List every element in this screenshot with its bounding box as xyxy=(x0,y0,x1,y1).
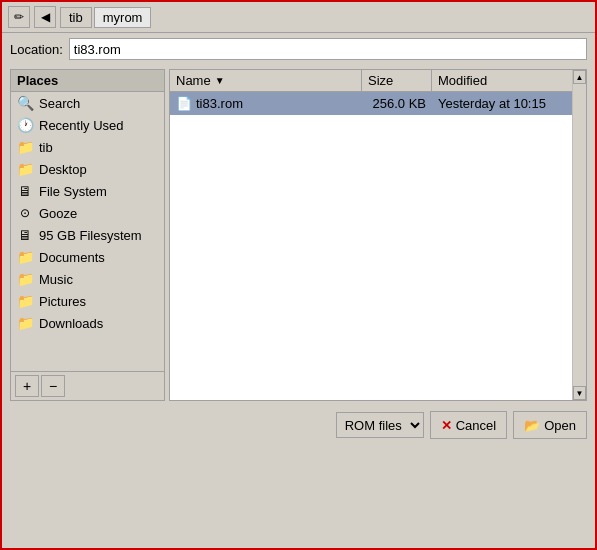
file-icon: 📄 xyxy=(176,96,192,111)
table-row[interactable]: 📄 ti83.rom 256.0 KB Yesterday at 10:15 xyxy=(170,92,572,115)
gooze-icon: ⊙ xyxy=(17,205,33,221)
places-label-documents: Documents xyxy=(39,250,105,265)
places-item-desktop[interactable]: 📁 Desktop xyxy=(11,158,164,180)
location-input[interactable] xyxy=(69,38,587,60)
vertical-scrollbar[interactable]: ▲ ▼ xyxy=(572,70,586,400)
scroll-up-button[interactable]: ▲ xyxy=(573,70,586,84)
folder-icon-downloads: 📁 xyxy=(17,315,33,331)
breadcrumb: tib myrom xyxy=(60,7,151,28)
filter-wrapper: ROM files xyxy=(336,412,424,438)
places-label-recently-used: Recently Used xyxy=(39,118,124,133)
open-label: Open xyxy=(544,418,576,433)
back-button[interactable]: ◀ xyxy=(34,6,56,28)
file-panel: Name ▼ Size Modified 📄 ti83.r xyxy=(169,69,587,401)
file-name-cell: 📄 ti83.rom xyxy=(170,94,362,113)
places-label-search: Search xyxy=(39,96,80,111)
breadcrumb-myrom[interactable]: myrom xyxy=(94,7,152,28)
file-modified-cell: Yesterday at 10:15 xyxy=(432,94,572,113)
open-folder-icon: 📂 xyxy=(524,418,540,433)
file-list: 📄 ti83.rom 256.0 KB Yesterday at 10:15 xyxy=(170,92,572,400)
file-name: ti83.rom xyxy=(196,96,243,111)
places-item-pictures[interactable]: 📁 Pictures xyxy=(11,290,164,312)
filter-select[interactable]: ROM files xyxy=(336,412,424,438)
search-icon: 🔍 xyxy=(17,95,33,111)
places-label-tib: tib xyxy=(39,140,53,155)
dialog-window: ✏ ◀ tib myrom Location: Places 🔍 Search … xyxy=(2,2,595,548)
folder-icon-desktop: 📁 xyxy=(17,161,33,177)
places-item-recently-used[interactable]: 🕐 Recently Used xyxy=(11,114,164,136)
places-label-95gb: 95 GB Filesystem xyxy=(39,228,142,243)
places-list: Places 🔍 Search 🕐 Recently Used 📁 tib 📁 … xyxy=(10,69,165,372)
places-label-desktop: Desktop xyxy=(39,162,87,177)
bottom-bar: ROM files ✕ Cancel 📂 Open xyxy=(2,405,595,445)
computer-icon: 🖥 xyxy=(17,183,33,199)
places-item-documents[interactable]: 📁 Documents xyxy=(11,246,164,268)
cancel-x-icon: ✕ xyxy=(441,418,452,433)
folder-icon-tib: 📁 xyxy=(17,139,33,155)
location-label: Location: xyxy=(10,42,63,57)
title-bar: ✏ ◀ tib myrom xyxy=(2,2,595,33)
cancel-button[interactable]: ✕ Cancel xyxy=(430,411,507,439)
recently-used-icon: 🕐 xyxy=(17,117,33,133)
places-label-music: Music xyxy=(39,272,73,287)
scroll-down-button[interactable]: ▼ xyxy=(573,386,586,400)
file-column-headers: Name ▼ Size Modified xyxy=(170,70,572,92)
col-header-name[interactable]: Name ▼ xyxy=(170,70,362,91)
places-add-button[interactable]: + xyxy=(15,375,39,397)
places-item-tib[interactable]: 📁 tib xyxy=(11,136,164,158)
file-size-cell: 256.0 KB xyxy=(362,94,432,113)
scroll-track[interactable] xyxy=(573,84,586,386)
places-header: Places xyxy=(11,70,164,92)
places-remove-button[interactable]: − xyxy=(41,375,65,397)
places-buttons: + − xyxy=(10,372,165,401)
places-item-music[interactable]: 📁 Music xyxy=(11,268,164,290)
places-item-file-system[interactable]: 🖥 File System xyxy=(11,180,164,202)
open-button[interactable]: 📂 Open xyxy=(513,411,587,439)
col-header-modified[interactable]: Modified xyxy=(432,70,572,91)
edit-icon[interactable]: ✏ xyxy=(8,6,30,28)
places-label-gooze: Gooze xyxy=(39,206,77,221)
location-bar: Location: xyxy=(2,33,595,65)
cancel-label: Cancel xyxy=(456,418,496,433)
places-panel-wrapper: Places 🔍 Search 🕐 Recently Used 📁 tib 📁 … xyxy=(10,69,165,401)
folder-icon-music: 📁 xyxy=(17,271,33,287)
drive-icon-95gb: 🖥 xyxy=(17,227,33,243)
breadcrumb-tib[interactable]: tib xyxy=(60,7,92,28)
places-label-downloads: Downloads xyxy=(39,316,103,331)
sort-arrow-name: ▼ xyxy=(215,75,225,86)
places-label-pictures: Pictures xyxy=(39,294,86,309)
places-item-downloads[interactable]: 📁 Downloads xyxy=(11,312,164,334)
folder-icon-pictures: 📁 xyxy=(17,293,33,309)
places-item-gooze[interactable]: ⊙ Gooze xyxy=(11,202,164,224)
places-item-95gb[interactable]: 🖥 95 GB Filesystem xyxy=(11,224,164,246)
col-header-size[interactable]: Size xyxy=(362,70,432,91)
file-panel-inner: Name ▼ Size Modified 📄 ti83.r xyxy=(170,70,572,400)
folder-icon-documents: 📁 xyxy=(17,249,33,265)
places-label-file-system: File System xyxy=(39,184,107,199)
places-item-search[interactable]: 🔍 Search xyxy=(11,92,164,114)
main-area: Places 🔍 Search 🕐 Recently Used 📁 tib 📁 … xyxy=(2,65,595,405)
